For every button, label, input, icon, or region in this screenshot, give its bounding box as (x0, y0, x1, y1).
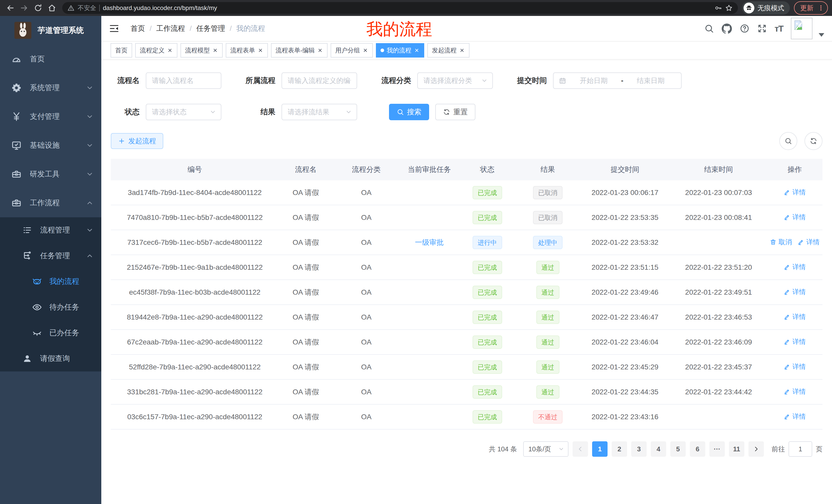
detail-link[interactable]: 详情 (784, 287, 806, 297)
refresh-table-button[interactable] (805, 132, 823, 150)
address-bar[interactable]: 不安全 dashboard.yudao.iocoder.cn/bpm/task/… (62, 2, 738, 14)
status-select[interactable]: 请选择状态 (146, 104, 222, 120)
browser-home-icon[interactable] (46, 2, 58, 14)
process-name-input[interactable] (146, 73, 222, 89)
tab-close-icon[interactable] (414, 48, 420, 53)
edit-icon (784, 288, 790, 295)
sidebar-item-workflow[interactable]: 工作流程 (0, 189, 101, 217)
table-row: ec45f38f-7b9a-11ec-b03b-acde48001122 OA … (111, 280, 823, 305)
page-button-11[interactable]: 11 (729, 441, 744, 457)
tab-close-icon[interactable] (258, 48, 263, 53)
tab-my-process[interactable]: 我的流程 (376, 43, 424, 58)
tags-view: 首页 流程定义 流程模型 流程表单 流程表单-编辑 用户分组 我的流程 发起流程 (101, 41, 832, 60)
cell-actions: 详情 (767, 412, 823, 422)
goto-page-input[interactable] (788, 441, 812, 457)
kebab-menu-icon[interactable] (817, 5, 824, 11)
sidebar-item-home[interactable]: 首页 (0, 45, 101, 74)
sidebar-item-label: 请假查询 (40, 354, 70, 364)
avatar[interactable] (791, 18, 812, 39)
page-size-select[interactable]: 10条/页 (523, 441, 569, 457)
detail-link[interactable]: 详情 (784, 312, 806, 321)
sidebar-item-devtools[interactable]: 研发工具 (0, 160, 101, 189)
breadcrumb-item[interactable]: 工作流程 (156, 24, 185, 33)
bookmark-star-icon[interactable] (725, 4, 733, 12)
search-button[interactable]: 搜索 (389, 104, 429, 120)
sidebar-item-payment[interactable]: 支付管理 (0, 102, 101, 131)
edit-icon (784, 214, 790, 220)
page-button-1[interactable]: 1 (592, 441, 607, 457)
detail-link[interactable]: 详情 (784, 387, 806, 396)
sidebar-item-todo-tasks[interactable]: 待办任务 (0, 295, 101, 320)
start-process-button[interactable]: 发起流程 (111, 133, 163, 149)
date-range-picker[interactable]: 开始日期 - 结束日期 (553, 73, 682, 89)
page-button-4[interactable]: 4 (651, 441, 666, 457)
page-button-2[interactable]: 2 (612, 441, 627, 457)
tab-label: 发起流程 (432, 46, 457, 54)
help-icon[interactable] (740, 24, 750, 33)
navbar-tools: тT (704, 18, 832, 39)
detail-link[interactable]: 详情 (784, 412, 806, 421)
tab-close-icon[interactable] (459, 48, 465, 53)
breadcrumb-item[interactable]: 任务管理 (197, 24, 225, 33)
search-icon[interactable] (704, 24, 714, 33)
sidebar-collapse-icon[interactable] (101, 23, 127, 34)
cell-result: 通过 (516, 385, 580, 399)
browser-update-button[interactable]: 更新 (794, 1, 828, 15)
sidebar-item-system[interactable]: 系统管理 (0, 74, 101, 102)
key-icon[interactable] (714, 4, 722, 12)
github-icon[interactable] (722, 23, 732, 34)
tab-close-icon[interactable] (167, 48, 173, 53)
reset-button[interactable]: 重置 (435, 104, 475, 120)
tab-user-group[interactable]: 用户分组 (331, 43, 373, 58)
cell-category: OA (333, 288, 400, 297)
page-button-3[interactable]: 3 (631, 441, 647, 457)
cell-id: 3ad174fb-7b9d-11ec-8404-acde48001122 (111, 189, 279, 197)
browser-reload-icon[interactable] (32, 2, 44, 14)
detail-link[interactable]: 详情 (784, 362, 806, 371)
detail-link[interactable]: 详情 (784, 188, 806, 197)
tab-close-icon[interactable] (317, 48, 323, 53)
sidebar-item-process-mgmt[interactable]: 流程管理 (0, 217, 101, 243)
toggle-search-button[interactable] (779, 132, 797, 150)
tab-process-form-edit[interactable]: 流程表单-编辑 (271, 43, 328, 58)
detail-link[interactable]: 详情 (784, 213, 806, 222)
next-page-button[interactable] (749, 441, 764, 457)
top-navbar: 首页 / 工作流程 / 任务管理 / 我的流程 тT (101, 16, 832, 41)
tab-process-model[interactable]: 流程模型 (181, 43, 223, 58)
browser-back-icon[interactable] (4, 2, 17, 14)
cancel-link[interactable]: 取消 (770, 237, 792, 247)
page-button-6[interactable]: 6 (690, 441, 705, 457)
cell-submit-time: 2022-01-22 23:46:47 (580, 313, 670, 321)
result-select[interactable]: 请选择流结果 (282, 104, 357, 120)
tab-process-form[interactable]: 流程表单 (226, 43, 268, 58)
task-link[interactable]: 一级审批 (415, 237, 444, 247)
detail-link[interactable]: 详情 (798, 237, 820, 247)
breadcrumb-item[interactable]: 首页 (131, 24, 145, 33)
sidebar-item-task-mgmt[interactable]: 任务管理 (0, 243, 101, 269)
avatar-caret-icon[interactable] (818, 33, 824, 37)
category-select[interactable]: 请选择流程分类 (417, 73, 493, 89)
sidebar-item-infrastructure[interactable]: 基础设施 (0, 131, 101, 160)
browser-forward-icon[interactable] (18, 2, 30, 14)
process-definition-input[interactable] (282, 73, 357, 89)
tab-start-process[interactable]: 发起流程 (427, 43, 469, 58)
detail-link[interactable]: 详情 (784, 337, 806, 346)
fullscreen-icon[interactable] (757, 24, 767, 33)
sidebar-item-done-tasks[interactable]: 已办任务 (0, 320, 101, 346)
tab-close-icon[interactable] (363, 48, 368, 53)
col-header-actions: 操作 (767, 165, 823, 174)
tab-close-icon[interactable] (212, 48, 218, 53)
chevron-down-icon (345, 109, 352, 115)
more-pages-button[interactable]: ··· (709, 441, 725, 457)
page-button-5[interactable]: 5 (670, 441, 686, 457)
detail-link[interactable]: 详情 (784, 262, 806, 272)
prev-page-button[interactable] (573, 441, 588, 457)
tab-label: 流程模型 (185, 46, 210, 54)
tab-process-definition[interactable]: 流程定义 (135, 43, 177, 58)
tab-home[interactable]: 首页 (110, 43, 132, 58)
sidebar-item-leave-query[interactable]: 请假查询 (0, 346, 101, 371)
sidebar-item-my-process[interactable]: 我的流程 (0, 269, 101, 295)
table-header-row: 编号 流程名 流程分类 当前审批任务 状态 结果 提交时间 结束时间 操作 (111, 159, 823, 180)
search-icon (784, 137, 792, 145)
font-size-icon[interactable]: тT (775, 24, 783, 34)
